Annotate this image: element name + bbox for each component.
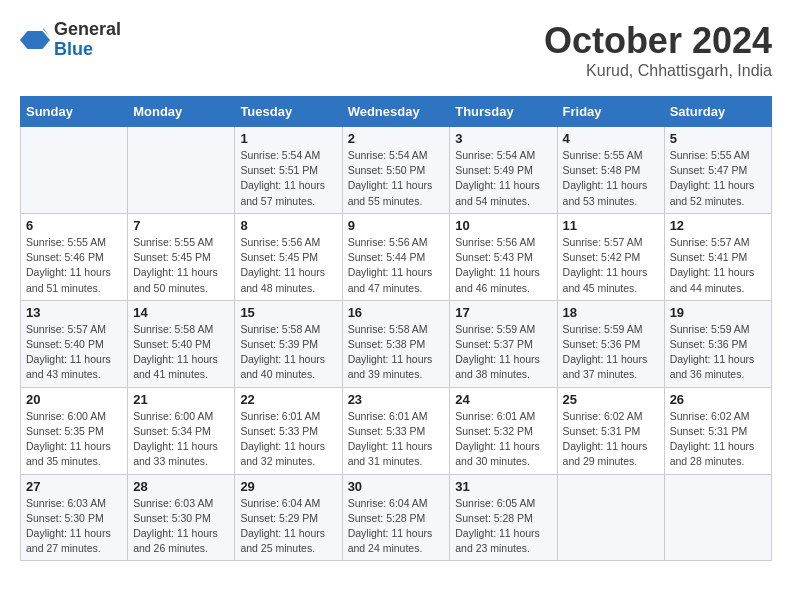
day-number: 15 [240,305,336,320]
day-info: Sunrise: 5:56 AM Sunset: 5:45 PM Dayligh… [240,235,336,296]
logo-icon [20,25,50,55]
day-info: Sunrise: 5:57 AM Sunset: 5:42 PM Dayligh… [563,235,659,296]
day-number: 25 [563,392,659,407]
day-number: 27 [26,479,122,494]
calendar-cell: 3Sunrise: 5:54 AM Sunset: 5:49 PM Daylig… [450,127,557,214]
day-number: 17 [455,305,551,320]
header-day-sunday: Sunday [21,97,128,127]
header-day-saturday: Saturday [664,97,771,127]
day-number: 31 [455,479,551,494]
day-number: 24 [455,392,551,407]
week-row-4: 20Sunrise: 6:00 AM Sunset: 5:35 PM Dayli… [21,387,772,474]
day-info: Sunrise: 5:58 AM Sunset: 5:38 PM Dayligh… [348,322,445,383]
calendar-cell: 14Sunrise: 5:58 AM Sunset: 5:40 PM Dayli… [128,300,235,387]
calendar-cell [21,127,128,214]
header-day-wednesday: Wednesday [342,97,450,127]
day-info: Sunrise: 5:59 AM Sunset: 5:36 PM Dayligh… [670,322,766,383]
day-number: 4 [563,131,659,146]
week-row-3: 13Sunrise: 5:57 AM Sunset: 5:40 PM Dayli… [21,300,772,387]
calendar-cell: 6Sunrise: 5:55 AM Sunset: 5:46 PM Daylig… [21,213,128,300]
calendar-cell: 12Sunrise: 5:57 AM Sunset: 5:41 PM Dayli… [664,213,771,300]
calendar-cell: 25Sunrise: 6:02 AM Sunset: 5:31 PM Dayli… [557,387,664,474]
calendar-cell: 1Sunrise: 5:54 AM Sunset: 5:51 PM Daylig… [235,127,342,214]
day-number: 19 [670,305,766,320]
calendar-cell: 15Sunrise: 5:58 AM Sunset: 5:39 PM Dayli… [235,300,342,387]
calendar-cell: 30Sunrise: 6:04 AM Sunset: 5:28 PM Dayli… [342,474,450,561]
calendar-cell: 9Sunrise: 5:56 AM Sunset: 5:44 PM Daylig… [342,213,450,300]
header-day-friday: Friday [557,97,664,127]
day-info: Sunrise: 5:56 AM Sunset: 5:43 PM Dayligh… [455,235,551,296]
day-info: Sunrise: 6:03 AM Sunset: 5:30 PM Dayligh… [26,496,122,557]
svg-marker-0 [20,31,50,49]
day-number: 11 [563,218,659,233]
calendar-cell: 17Sunrise: 5:59 AM Sunset: 5:37 PM Dayli… [450,300,557,387]
day-number: 18 [563,305,659,320]
day-info: Sunrise: 6:02 AM Sunset: 5:31 PM Dayligh… [563,409,659,470]
day-info: Sunrise: 5:58 AM Sunset: 5:39 PM Dayligh… [240,322,336,383]
day-number: 5 [670,131,766,146]
logo: General Blue [20,20,121,60]
calendar-cell: 29Sunrise: 6:04 AM Sunset: 5:29 PM Dayli… [235,474,342,561]
week-row-1: 1Sunrise: 5:54 AM Sunset: 5:51 PM Daylig… [21,127,772,214]
calendar-body: 1Sunrise: 5:54 AM Sunset: 5:51 PM Daylig… [21,127,772,561]
calendar-cell: 4Sunrise: 5:55 AM Sunset: 5:48 PM Daylig… [557,127,664,214]
day-number: 29 [240,479,336,494]
calendar-cell: 2Sunrise: 5:54 AM Sunset: 5:50 PM Daylig… [342,127,450,214]
calendar-cell: 11Sunrise: 5:57 AM Sunset: 5:42 PM Dayli… [557,213,664,300]
day-info: Sunrise: 5:54 AM Sunset: 5:51 PM Dayligh… [240,148,336,209]
day-number: 14 [133,305,229,320]
day-number: 26 [670,392,766,407]
calendar-header: SundayMondayTuesdayWednesdayThursdayFrid… [21,97,772,127]
header-row: SundayMondayTuesdayWednesdayThursdayFrid… [21,97,772,127]
day-number: 10 [455,218,551,233]
day-number: 13 [26,305,122,320]
day-number: 28 [133,479,229,494]
calendar-cell: 21Sunrise: 6:00 AM Sunset: 5:34 PM Dayli… [128,387,235,474]
logo-blue-text: Blue [54,40,121,60]
calendar-cell: 5Sunrise: 5:55 AM Sunset: 5:47 PM Daylig… [664,127,771,214]
day-info: Sunrise: 5:56 AM Sunset: 5:44 PM Dayligh… [348,235,445,296]
day-info: Sunrise: 5:59 AM Sunset: 5:36 PM Dayligh… [563,322,659,383]
day-info: Sunrise: 5:55 AM Sunset: 5:47 PM Dayligh… [670,148,766,209]
day-number: 30 [348,479,445,494]
day-number: 8 [240,218,336,233]
day-info: Sunrise: 6:00 AM Sunset: 5:34 PM Dayligh… [133,409,229,470]
day-info: Sunrise: 6:03 AM Sunset: 5:30 PM Dayligh… [133,496,229,557]
calendar-cell: 7Sunrise: 5:55 AM Sunset: 5:45 PM Daylig… [128,213,235,300]
calendar-cell [128,127,235,214]
day-number: 1 [240,131,336,146]
day-info: Sunrise: 6:04 AM Sunset: 5:28 PM Dayligh… [348,496,445,557]
day-info: Sunrise: 6:01 AM Sunset: 5:33 PM Dayligh… [240,409,336,470]
day-number: 16 [348,305,445,320]
logo-text: General Blue [54,20,121,60]
day-info: Sunrise: 5:57 AM Sunset: 5:41 PM Dayligh… [670,235,766,296]
day-info: Sunrise: 5:58 AM Sunset: 5:40 PM Dayligh… [133,322,229,383]
header-day-tuesday: Tuesday [235,97,342,127]
day-info: Sunrise: 5:59 AM Sunset: 5:37 PM Dayligh… [455,322,551,383]
calendar-cell: 28Sunrise: 6:03 AM Sunset: 5:30 PM Dayli… [128,474,235,561]
calendar-cell: 16Sunrise: 5:58 AM Sunset: 5:38 PM Dayli… [342,300,450,387]
calendar-cell: 24Sunrise: 6:01 AM Sunset: 5:32 PM Dayli… [450,387,557,474]
calendar-cell: 10Sunrise: 5:56 AM Sunset: 5:43 PM Dayli… [450,213,557,300]
header-day-thursday: Thursday [450,97,557,127]
day-number: 21 [133,392,229,407]
calendar-cell: 23Sunrise: 6:01 AM Sunset: 5:33 PM Dayli… [342,387,450,474]
day-info: Sunrise: 5:55 AM Sunset: 5:45 PM Dayligh… [133,235,229,296]
day-info: Sunrise: 6:01 AM Sunset: 5:32 PM Dayligh… [455,409,551,470]
day-number: 20 [26,392,122,407]
calendar-cell: 22Sunrise: 6:01 AM Sunset: 5:33 PM Dayli… [235,387,342,474]
logo-general-text: General [54,20,121,40]
week-row-5: 27Sunrise: 6:03 AM Sunset: 5:30 PM Dayli… [21,474,772,561]
calendar-cell [557,474,664,561]
day-info: Sunrise: 6:00 AM Sunset: 5:35 PM Dayligh… [26,409,122,470]
calendar-cell: 13Sunrise: 5:57 AM Sunset: 5:40 PM Dayli… [21,300,128,387]
calendar-cell: 19Sunrise: 5:59 AM Sunset: 5:36 PM Dayli… [664,300,771,387]
day-number: 2 [348,131,445,146]
location-subtitle: Kurud, Chhattisgarh, India [544,62,772,80]
day-number: 22 [240,392,336,407]
day-number: 6 [26,218,122,233]
calendar-cell: 20Sunrise: 6:00 AM Sunset: 5:35 PM Dayli… [21,387,128,474]
calendar-cell [664,474,771,561]
calendar-cell: 31Sunrise: 6:05 AM Sunset: 5:28 PM Dayli… [450,474,557,561]
header: General Blue October 2024 Kurud, Chhatti… [20,20,772,80]
